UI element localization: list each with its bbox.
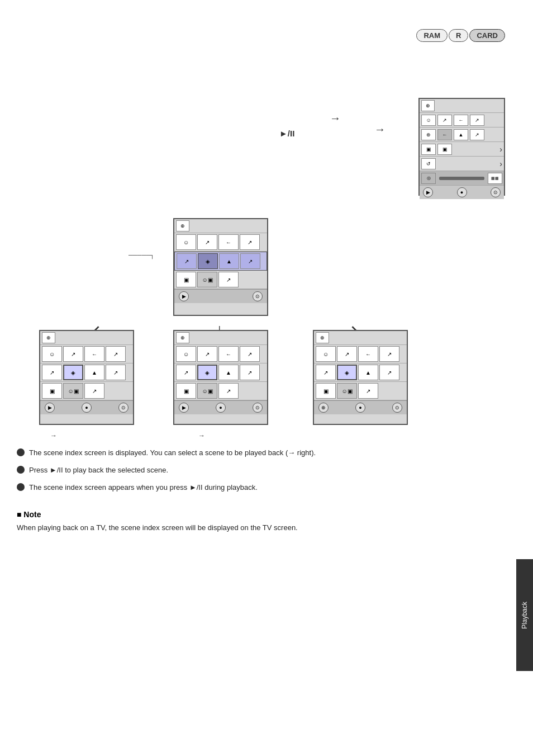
menu-btn[interactable]: ⊙ (491, 187, 501, 197)
cgr-icon-2: ↗ (197, 234, 217, 250)
panel-icon-counter: ▦▦ (488, 173, 502, 184)
header-icon-main: ⊕ (421, 100, 435, 111)
panel-icon-4: ↗ (470, 115, 484, 126)
bc-icon-1: ☺ (176, 346, 196, 362)
br-icon-10: ☺▣ (337, 383, 357, 399)
play-btn[interactable]: ▶ (423, 187, 433, 197)
br-icon-11: ↗ (358, 383, 378, 399)
center-play-btn[interactable]: ▶ (179, 291, 189, 301)
bl-icon-9: ▣ (42, 383, 62, 399)
panel-icon-9: ▣ (421, 144, 436, 155)
bc-icon-11: ↗ (218, 383, 239, 399)
bc-bottom-bar: ▶ ● ⊙ (174, 400, 267, 414)
panel-icon-1: ☺ (421, 115, 436, 126)
bullet-text-2: Press ►/II to play back the selected sce… (29, 465, 168, 476)
br-play-btn[interactable]: ⊕ (318, 403, 329, 413)
arrow-to-panel-2: → (374, 123, 386, 136)
bl-icon-3: ← (84, 346, 104, 362)
br-icon-9: ▣ (316, 383, 336, 399)
bullet-section: The scene index screen is displayed. You… (17, 447, 520, 534)
bc-row-3: ▣ ☺▣ ↗ (174, 382, 267, 400)
bl-row-3: ▣ ☺▣ ↗ (40, 382, 133, 400)
cgr-icon-1: ☺ (176, 234, 196, 250)
sub-label-left: → (50, 432, 57, 440)
bc-icon-5: ↗ (176, 365, 196, 380)
panel-icon-10: ▣ (437, 144, 452, 155)
center-main-screen: ⊕ ☺ ↗ ← ↗ ↗ ◈ ▲ ↗ ▣ ☺▣ ↗ ▶ ⊙ (173, 218, 268, 316)
br-icon-1: ☺ (316, 346, 336, 362)
bl-bottom-bar: ▶ ● ⊙ (40, 400, 133, 414)
br-header-icon: ⊕ (316, 332, 329, 343)
bl-icon-6: ◈ (63, 365, 83, 380)
bc-header: ⊕ (174, 331, 267, 345)
panel-icon-6: ← (437, 129, 452, 140)
cgr-icon-10: ☺▣ (197, 272, 217, 287)
screen-header-row: ⊕ (420, 99, 504, 113)
bullet-text-1: The scene index screen is displayed. You… (29, 447, 316, 459)
panel-row-3: ⊛ ← ▲ ↗ (420, 127, 504, 142)
br-icon-4: ↗ (379, 346, 399, 362)
cgr-icon-5: ↗ (177, 253, 197, 269)
panel-icon-5: ⊛ (421, 129, 436, 140)
note-body: When playing back on a TV, the scene ind… (17, 522, 520, 534)
bullet-dot-2 (17, 466, 25, 474)
chevron-2: › (499, 159, 502, 168)
bl-icon-10: ☺▣ (63, 383, 83, 399)
center-menu-btn[interactable]: ⊙ (253, 291, 263, 301)
br-icon-7: ▲ (358, 365, 378, 380)
sub-label-center: → (198, 432, 205, 440)
br-icon-2: ↗ (337, 346, 357, 362)
note-label: ■ Note (17, 510, 41, 519)
cgr-icon-7: ▲ (219, 253, 239, 269)
bl-header-icon: ⊕ (42, 332, 55, 343)
bl-icon-7: ▲ (84, 365, 104, 380)
bc-rec-btn[interactable]: ● (216, 403, 226, 413)
cgr-icon-3: ← (218, 234, 239, 250)
bullet-dot-3 (17, 483, 25, 491)
panel-icon-8: ↗ (470, 129, 484, 140)
cgr-icon-11: ↗ (218, 272, 239, 287)
rec-btn[interactable]: ● (457, 187, 467, 197)
center-header-icon: ⊕ (176, 220, 189, 231)
panel-controls: ▶ ● ⊙ (420, 186, 504, 199)
cgr-icon-4: ↗ (240, 234, 260, 250)
bc-icon-4: ↗ (240, 346, 260, 362)
bc-menu-btn[interactable]: ⊙ (253, 403, 263, 413)
cgr-icon-9: ▣ (176, 272, 196, 287)
bc-icon-9: ▣ (176, 383, 196, 399)
cgr-icon-6: ◈ (198, 253, 218, 269)
bl-icon-2: ↗ (63, 346, 83, 362)
top-right-screen: ⊕ ☺ ↗ ← ↗ ⊛ ← ▲ ↗ ▣ ▣ › ↺ › ◎ ▦▦ ▶ ● ⊙ (418, 98, 505, 196)
bottom-left-screen: ⊕ ☺ ↗ ← ↗ ↗ ◈ ▲ ↗ ▣ ☺▣ ↗ ▶ ● ⊙ (39, 330, 134, 425)
bl-play-btn[interactable]: ▶ (45, 403, 55, 413)
side-tab-label: Playback (521, 602, 529, 629)
bullet-item-2: Press ►/II to play back the selected sce… (17, 465, 520, 476)
br-header: ⊕ (314, 331, 407, 345)
br-rec-btn[interactable]: ● (355, 403, 365, 413)
bl-rec-btn[interactable]: ● (82, 403, 92, 413)
panel-row-4: ▣ ▣ › (420, 142, 504, 157)
bl-menu-btn[interactable]: ⊙ (118, 403, 129, 413)
bl-row-1: ☺ ↗ ← ↗ (40, 345, 133, 363)
bullet-text-3: The scene index screen appears when you … (29, 482, 258, 494)
ram-badge: RAM (416, 29, 448, 42)
r-badge: R (449, 29, 468, 42)
br-icon-6: ◈ (337, 365, 357, 380)
center-header: ⊕ (174, 219, 267, 233)
panel-icon-2: ↗ (437, 115, 452, 126)
br-icon-3: ← (358, 346, 378, 362)
bc-row-1: ☺ ↗ ← ↗ (174, 345, 267, 363)
bc-play-btn[interactable]: ▶ (179, 403, 189, 413)
bottom-right-screen: ⊕ ☺ ↗ ← ↗ ↗ ◈ ▲ ↗ ▣ ☺▣ ↗ ⊕ ● ⊙ (313, 330, 408, 425)
center-row-2: ↗ ◈ ▲ ↗ (174, 252, 267, 271)
bl-header: ⊕ (40, 331, 133, 345)
bc-icon-8: ↗ (240, 365, 260, 380)
br-row-1: ☺ ↗ ← ↗ (314, 345, 407, 363)
bc-icon-10: ☺▣ (197, 383, 217, 399)
side-tab: Playback (516, 559, 533, 671)
br-icon-8: ↗ (379, 365, 399, 380)
panel-row-5: ↺ › (420, 157, 504, 171)
panel-icon-time: ◎ (421, 173, 436, 184)
panel-icon-3: ← (454, 115, 468, 126)
br-menu-btn[interactable]: ⊙ (392, 403, 402, 413)
